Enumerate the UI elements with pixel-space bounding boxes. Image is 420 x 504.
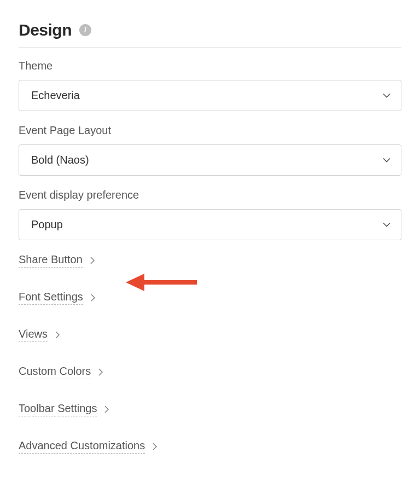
display-label: Event display preference [19, 189, 401, 201]
font-settings-label: Font Settings [19, 291, 83, 305]
chevron-right-icon [91, 294, 96, 302]
advanced-customizations-label: Advanced Customizations [19, 439, 145, 454]
annotation-arrow [126, 271, 197, 293]
advanced-customizations-row[interactable]: Advanced Customizations [19, 439, 401, 454]
design-panel: Design i Theme Echeveria Event Page Layo… [0, 0, 420, 465]
display-field: Event display preference Popup [19, 189, 401, 240]
chevron-right-icon [98, 368, 103, 376]
panel-header: Design i [19, 21, 401, 48]
chevron-right-icon [90, 257, 95, 264]
share-button-label: Share Button [19, 253, 83, 268]
layout-label: Event Page Layout [19, 124, 401, 137]
layout-select-value[interactable]: Bold (Naos) [19, 144, 401, 176]
custom-colors-row[interactable]: Custom Colors [19, 365, 401, 379]
display-select[interactable]: Popup [19, 209, 401, 240]
info-icon[interactable]: i [79, 24, 91, 36]
toolbar-settings-row[interactable]: Toolbar Settings [19, 402, 401, 416]
layout-select[interactable]: Bold (Naos) [19, 144, 401, 176]
font-settings-row[interactable]: Font Settings [19, 291, 401, 305]
theme-label: Theme [19, 60, 401, 72]
toolbar-settings-label: Toolbar Settings [19, 402, 97, 416]
chevron-right-icon [153, 443, 158, 450]
views-label: Views [19, 328, 48, 342]
theme-select-value[interactable]: Echeveria [19, 80, 401, 111]
share-button-row[interactable]: Share Button [19, 253, 401, 268]
layout-field: Event Page Layout Bold (Naos) [19, 124, 401, 176]
theme-select[interactable]: Echeveria [19, 80, 401, 111]
views-row[interactable]: Views [19, 328, 401, 342]
svg-marker-1 [126, 274, 144, 291]
custom-colors-label: Custom Colors [19, 365, 91, 379]
page-title: Design [19, 21, 72, 39]
chevron-right-icon [55, 331, 60, 339]
theme-field: Theme Echeveria [19, 60, 401, 111]
display-select-value[interactable]: Popup [19, 209, 401, 240]
chevron-right-icon [104, 405, 109, 413]
